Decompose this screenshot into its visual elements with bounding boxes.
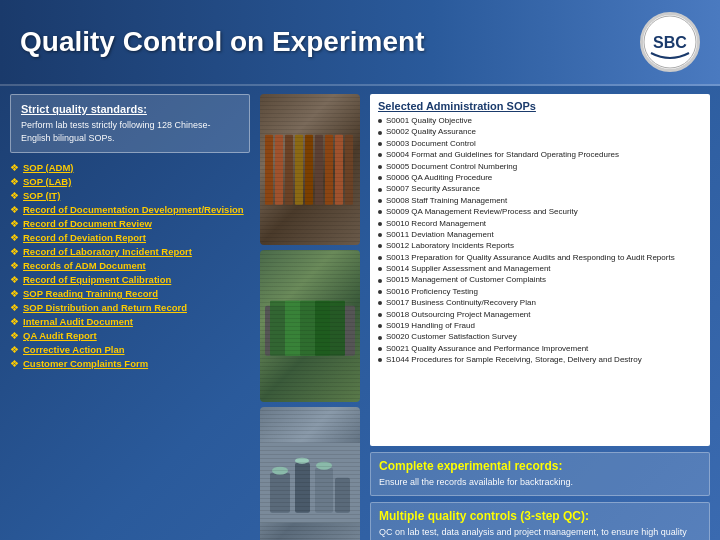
bullet-arrow-icon: ❖ xyxy=(10,358,19,369)
list-item-label[interactable]: Records of ADM Document xyxy=(23,260,146,271)
svg-point-22 xyxy=(295,457,309,463)
page-title: Quality Control on Experiment xyxy=(20,26,424,58)
sop-label: S0001 Quality Objective xyxy=(386,116,472,126)
sop-item: S0003 Document Control xyxy=(378,139,702,149)
sop-bullet-icon xyxy=(378,358,382,362)
sop-item: S1044 Procedures for Sample Receiving, S… xyxy=(378,355,702,365)
sop-label: S0019 Handling of Fraud xyxy=(386,321,475,331)
sop-bullet-icon xyxy=(378,210,382,214)
sop-label: S0012 Laboratory Incidents Reports xyxy=(386,241,514,251)
svg-rect-20 xyxy=(335,477,350,512)
sop-label: S0002 Quality Assurance xyxy=(386,127,476,137)
list-item-label[interactable]: Corrective Action Plan xyxy=(23,344,125,355)
sop-label: S0005 Document Control Numbering xyxy=(386,162,517,172)
books-image xyxy=(260,94,360,245)
list-item-label[interactable]: Record of Equipment Calibration xyxy=(23,274,171,285)
list-item: ❖SOP (ADM) xyxy=(10,161,250,174)
bullet-arrow-icon: ❖ xyxy=(10,232,19,243)
list-item-label[interactable]: Record of Laboratory Incident Report xyxy=(23,246,192,257)
sop-label: S0008 Staff Training Management xyxy=(386,196,507,206)
bullet-arrow-icon: ❖ xyxy=(10,204,19,215)
bullet-arrow-icon: ❖ xyxy=(10,344,19,355)
svg-rect-3 xyxy=(275,135,283,205)
svg-rect-18 xyxy=(295,462,310,512)
svg-point-21 xyxy=(272,466,288,474)
svg-rect-9 xyxy=(335,135,343,205)
sop-label: S0014 Supplier Assessment and Management xyxy=(386,264,551,274)
list-item: ❖Record of Laboratory Incident Report xyxy=(10,245,250,258)
svg-rect-17 xyxy=(270,472,290,512)
list-item-label[interactable]: Record of Document Review xyxy=(23,218,152,229)
svg-rect-14 xyxy=(300,301,330,356)
complete-records-title: Complete experimental records: xyxy=(379,459,701,473)
svg-rect-13 xyxy=(285,301,315,356)
list-items: ❖SOP (ADM)❖SOP (LAB)❖SOP (IT)❖Record of … xyxy=(10,161,250,370)
sop-item: S0021 Quality Assurance and Performance … xyxy=(378,344,702,354)
strict-quality-description: Perform lab tests strictly following 128… xyxy=(21,119,239,144)
sop-label: S0004 Format and Guidelines for Standard… xyxy=(386,150,619,160)
sop-bullet-icon xyxy=(378,188,382,192)
sop-bullet-icon xyxy=(378,165,382,169)
sop-item: S0017 Business Continuity/Recovery Plan xyxy=(378,298,702,308)
sop-bullet-icon xyxy=(378,222,382,226)
list-item: ❖Record of Documentation Development/Rev… xyxy=(10,203,250,216)
svg-rect-8 xyxy=(325,135,333,205)
sop-label: S0016 Proficiency Testing xyxy=(386,287,478,297)
sop-bullet-icon xyxy=(378,153,382,157)
sop-list: S0001 Quality ObjectiveS0002 Quality Ass… xyxy=(378,116,702,366)
list-item: ❖Corrective Action Plan xyxy=(10,343,250,356)
bullet-arrow-icon: ❖ xyxy=(10,190,19,201)
list-item-label[interactable]: QA Audit Report xyxy=(23,330,97,341)
svg-rect-11 xyxy=(265,306,355,356)
sop-bullet-icon xyxy=(378,131,382,135)
sop-item: S0008 Staff Training Management xyxy=(378,196,702,206)
list-item: ❖Record of Equipment Calibration xyxy=(10,273,250,286)
svg-rect-4 xyxy=(285,135,293,205)
sop-label: S0007 Security Assurance xyxy=(386,184,480,194)
list-item-label[interactable]: Record of Documentation Development/Revi… xyxy=(23,204,244,215)
sop-bullet-icon xyxy=(378,313,382,317)
sop-item: S0011 Deviation Management xyxy=(378,230,702,240)
svg-text:SBC: SBC xyxy=(653,34,687,51)
list-item: ❖SOP (IT) xyxy=(10,189,250,202)
list-item-label[interactable]: SOP Distribution and Return Record xyxy=(23,302,187,313)
sop-label: S0017 Business Continuity/Recovery Plan xyxy=(386,298,536,308)
left-panel: Strict quality standards: Perform lab te… xyxy=(10,94,250,540)
list-item-label[interactable]: SOP Reading Training Record xyxy=(23,288,158,299)
sop-bullet-icon xyxy=(378,267,382,271)
right-panel: Selected Administration SOPs S0001 Quali… xyxy=(370,94,710,540)
list-item-label[interactable]: SOP (LAB) xyxy=(23,176,71,187)
sop-label: S0011 Deviation Management xyxy=(386,230,494,240)
svg-rect-10 xyxy=(345,135,353,205)
bullet-arrow-icon: ❖ xyxy=(10,246,19,257)
list-item: ❖Record of Deviation Report xyxy=(10,231,250,244)
middle-panel xyxy=(260,94,360,540)
header: Quality Control on Experiment SBC xyxy=(0,0,720,86)
bullet-arrow-icon: ❖ xyxy=(10,302,19,313)
list-item-label[interactable]: SOP (IT) xyxy=(23,190,60,201)
lab-image xyxy=(260,407,360,540)
bullet-arrow-icon: ❖ xyxy=(10,316,19,327)
sop-label: S0003 Document Control xyxy=(386,139,476,149)
strict-quality-box: Strict quality standards: Perform lab te… xyxy=(10,94,250,153)
list-item-label[interactable]: Customer Complaints Form xyxy=(23,358,148,369)
sop-item: S0013 Preparation for Quality Assurance … xyxy=(378,253,702,263)
admin-sops-box: Selected Administration SOPs S0001 Quali… xyxy=(370,94,710,446)
sop-label: S0021 Quality Assurance and Performance … xyxy=(386,344,588,354)
sop-bullet-icon xyxy=(378,233,382,237)
list-item: ❖Record of Document Review xyxy=(10,217,250,230)
bullet-arrow-icon: ❖ xyxy=(10,288,19,299)
bullet-arrow-icon: ❖ xyxy=(10,218,19,229)
sop-bullet-icon xyxy=(378,142,382,146)
sop-label: S0020 Customer Satisfaction Survey xyxy=(386,332,517,342)
sop-bullet-icon xyxy=(378,336,382,340)
list-item-label[interactable]: Internal Audit Document xyxy=(23,316,133,327)
list-item-label[interactable]: SOP (ADM) xyxy=(23,162,74,173)
folders-image xyxy=(260,250,360,401)
multiple-qc-title: Multiple quality controls (3-step QC): xyxy=(379,509,701,523)
sop-label: S0009 QA Management Review/Process and S… xyxy=(386,207,578,217)
bullet-arrow-icon: ❖ xyxy=(10,260,19,271)
svg-point-23 xyxy=(316,461,332,469)
list-item-label[interactable]: Record of Deviation Report xyxy=(23,232,146,243)
sop-item: S0006 QA Auditing Procedure xyxy=(378,173,702,183)
